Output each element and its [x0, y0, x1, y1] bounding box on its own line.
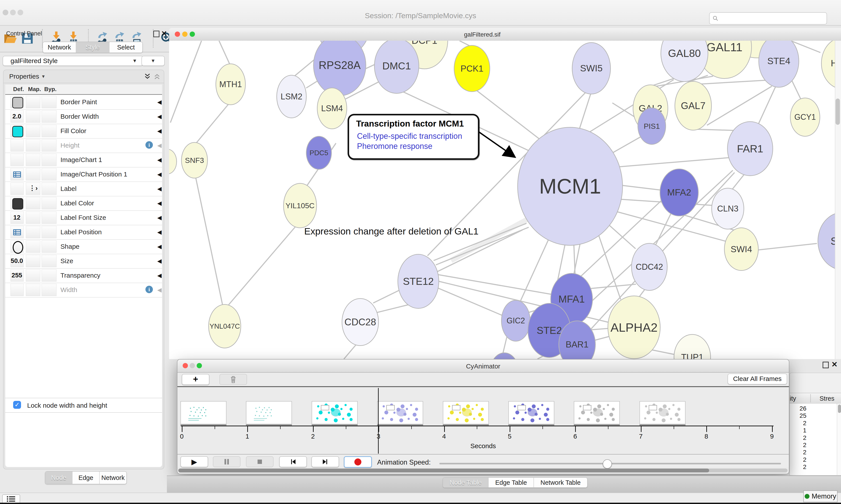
properties-header[interactable]: Properties ▼	[3, 70, 164, 83]
bypass-cell[interactable]	[42, 125, 56, 137]
property-row-label-font-size[interactable]: 12Label Font Size◀	[5, 211, 162, 225]
property-row-border-paint[interactable]: Border Paint◀	[5, 95, 162, 110]
column-header-stress[interactable]: Stres	[820, 395, 835, 402]
bypass-cell[interactable]	[42, 110, 56, 123]
close-panel-icon[interactable]: ✕	[161, 29, 167, 38]
property-row-width[interactable]: Widthi◀	[5, 283, 162, 298]
mapping-cell[interactable]	[26, 240, 40, 253]
tab-network[interactable]: Network	[43, 42, 76, 53]
expand-row-icon[interactable]: ◀	[157, 113, 162, 120]
mapping-cell[interactable]	[26, 168, 40, 180]
bypass-cell[interactable]	[42, 96, 56, 108]
skip-end-button[interactable]	[311, 456, 339, 467]
expand-row-icon[interactable]: ◀	[157, 214, 162, 221]
mapping-cell[interactable]	[26, 226, 40, 238]
style-options-button[interactable]: ▼	[142, 56, 165, 66]
annotation-link[interactable]: Pheromone response	[357, 142, 432, 151]
expand-row-icon[interactable]: ◀	[157, 99, 162, 106]
table-scrollbar[interactable]	[837, 404, 841, 475]
tab-select[interactable]: Select	[109, 42, 142, 53]
tab-network[interactable]: Network	[100, 472, 126, 484]
mapping-cell[interactable]	[26, 125, 40, 137]
vertical-scrollbar-thumb[interactable]	[836, 98, 840, 125]
bypass-cell[interactable]	[42, 255, 56, 267]
expand-all-icon[interactable]	[144, 73, 151, 80]
mapping-cell[interactable]	[26, 284, 40, 296]
table-cell[interactable]: 2	[790, 420, 806, 427]
lock-size-checkbox[interactable]: ✓	[13, 401, 21, 409]
default-value[interactable]: 2.0	[7, 113, 26, 120]
table-cell[interactable]: 2	[790, 442, 806, 449]
property-row-shape[interactable]: Shape◀	[5, 239, 162, 254]
expand-row-icon[interactable]: ◀	[157, 258, 162, 265]
property-row-height[interactable]: Heighti◀	[5, 138, 162, 153]
mapping-cell[interactable]	[26, 255, 40, 267]
memory-status-button[interactable]: Memory	[803, 490, 838, 502]
horizontal-scrollbar-thumb[interactable]	[178, 469, 709, 472]
info-icon[interactable]: i	[145, 286, 153, 293]
expand-row-icon[interactable]: ◀	[157, 157, 162, 163]
property-row-label-color[interactable]: Label Color◀	[5, 196, 162, 211]
property-row-border-width[interactable]: 2.0Border Width◀	[5, 109, 162, 124]
network-canvas[interactable]: DCP1RPS28ADMC1PCK1MTH1LSM2LSM4SNF3PDC5SW…	[169, 41, 841, 359]
annotation-link[interactable]: Cell-type-specific transcription	[357, 131, 462, 141]
property-row-label[interactable]: ⋮›Label◀	[5, 181, 162, 196]
annotation-box[interactable]: Transcription factor MCM1 Cell-type-spec…	[347, 114, 479, 160]
style-selector[interactable]: galFiltered Style ▼	[3, 56, 143, 66]
default-cell[interactable]	[11, 139, 24, 151]
mapping-cell[interactable]	[26, 269, 40, 282]
expand-row-icon[interactable]: ◀	[157, 200, 162, 207]
add-frame-button[interactable]: +	[182, 374, 209, 385]
discrete-mapping-icon[interactable]: ⋮›	[29, 184, 38, 192]
task-history-button[interactable]	[2, 494, 20, 504]
record-button[interactable]	[344, 456, 372, 468]
ellipse-shape-icon[interactable]	[13, 241, 23, 254]
mapping-cell[interactable]	[26, 139, 40, 151]
expand-row-icon[interactable]: ◀	[157, 229, 162, 236]
cyanimator-titlebar[interactable]: CyAnimator	[177, 360, 789, 373]
tab-network-table[interactable]: Network Table	[534, 478, 587, 487]
default-value[interactable]: 50.0	[7, 257, 26, 265]
property-row-fill-color[interactable]: Fill Color◀	[5, 124, 162, 139]
table-cell[interactable]: 2	[790, 456, 806, 463]
tab-node[interactable]: Node	[45, 472, 72, 484]
table-cell[interactable]: 25	[790, 412, 806, 419]
float-panel-icon[interactable]	[823, 362, 829, 368]
search-input[interactable]	[709, 12, 827, 24]
delete-frame-button[interactable]	[219, 374, 247, 385]
bypass-cell[interactable]	[42, 240, 56, 253]
color-swatch[interactable]	[12, 97, 23, 108]
bypass-cell[interactable]	[42, 284, 56, 296]
bypass-cell[interactable]	[42, 154, 56, 166]
color-swatch[interactable]	[12, 198, 23, 210]
expand-row-icon[interactable]: ◀	[157, 185, 162, 192]
info-icon[interactable]: i	[145, 141, 153, 149]
table-cell[interactable]: 2	[790, 464, 806, 470]
play-button[interactable]: ▶	[180, 456, 208, 467]
property-row-size[interactable]: 50.0Size◀	[5, 254, 162, 269]
skip-start-button[interactable]	[279, 456, 307, 467]
collapse-all-icon[interactable]	[153, 73, 161, 80]
table-cell[interactable]: 26	[790, 405, 806, 412]
default-cell[interactable]	[11, 284, 24, 296]
expand-row-icon[interactable]: ◀	[157, 272, 162, 279]
expand-row-icon[interactable]: ◀	[157, 171, 162, 178]
pause-button[interactable]	[213, 456, 240, 467]
clear-all-frames-button[interactable]: Clear All Frames	[728, 374, 787, 384]
bypass-cell[interactable]	[42, 183, 56, 195]
mapping-cell[interactable]	[26, 212, 40, 224]
bypass-cell[interactable]	[42, 139, 56, 151]
expand-row-icon[interactable]: ◀	[157, 142, 162, 149]
bypass-cell[interactable]	[42, 226, 56, 238]
column-header-ity[interactable]: ity	[790, 395, 796, 402]
table-scrollbar-thumb[interactable]	[838, 404, 841, 413]
mapping-cell[interactable]	[26, 154, 40, 166]
tab-style[interactable]: Style	[76, 42, 109, 53]
property-row-label-position[interactable]: Label Position◀	[5, 225, 162, 240]
timeline[interactable]: 0 1 2 3 4 5 6 7 8 9 Seconds	[177, 387, 789, 454]
position-icon[interactable]	[13, 229, 21, 235]
vertical-scrollbar[interactable]	[835, 41, 841, 359]
expand-row-icon[interactable]: ◀	[157, 128, 162, 134]
float-panel-icon[interactable]	[153, 31, 159, 37]
expand-row-icon[interactable]: ◀	[157, 287, 162, 293]
